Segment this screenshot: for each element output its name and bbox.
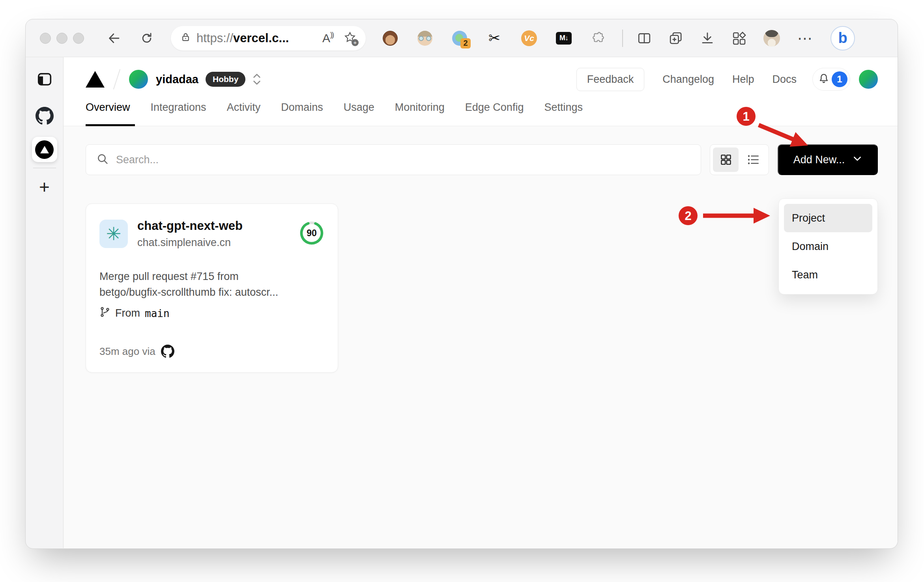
user-face-extension-icon[interactable] — [417, 30, 433, 46]
tab-activity[interactable]: Activity — [217, 101, 271, 126]
notification-count-badge: 1 — [832, 71, 847, 87]
browser-window: https://vercel.c... A)) + 2 ✂ Vc M↓ — [25, 19, 898, 549]
add-new-dropdown: Project Domain Team — [778, 198, 878, 295]
tab-domains[interactable]: Domains — [271, 101, 333, 126]
notifications-button[interactable]: 1 — [812, 68, 850, 91]
breadcrumb-slash — [113, 69, 121, 90]
back-icon[interactable] — [107, 31, 121, 45]
dropdown-item-team[interactable]: Team — [784, 261, 872, 289]
sidebar-panel-icon[interactable] — [37, 71, 52, 89]
github-source-icon — [161, 345, 174, 358]
view-toggle — [710, 144, 769, 175]
tab-monitoring[interactable]: Monitoring — [385, 101, 455, 126]
url-scheme: https:// — [196, 31, 233, 45]
add-new-button[interactable]: Add New... — [778, 144, 878, 175]
team-name[interactable]: yidadaa — [156, 73, 198, 86]
edge-sidebar: + — [26, 57, 64, 548]
project-name[interactable]: chat-gpt-next-web — [137, 219, 243, 233]
project-domain[interactable]: chat.simplenaive.cn — [137, 237, 243, 249]
dashboard-content: Add New... ✳ chat-gpt-next-web chat.simp… — [64, 126, 898, 548]
markdown-extension-icon[interactable]: M↓ — [556, 30, 572, 46]
team-switcher-icon[interactable] — [252, 73, 262, 86]
bell-icon — [817, 72, 830, 86]
split-screen-icon[interactable] — [637, 31, 651, 45]
search-box — [86, 144, 701, 175]
favorite-star-icon[interactable]: + — [344, 31, 356, 45]
list-view-button[interactable] — [740, 147, 766, 172]
vercel-logo-icon[interactable] — [86, 71, 105, 88]
vercel-sidebar-item-active[interactable] — [32, 137, 57, 162]
read-aloud-icon[interactable]: A)) — [322, 32, 333, 45]
scissors-extension-icon[interactable]: ✂ — [486, 30, 502, 46]
address-bar[interactable]: https://vercel.c... A)) + — [171, 26, 366, 50]
branch-name: main — [145, 308, 170, 319]
search-icon — [96, 153, 109, 167]
vercel-page: yidadaa Hobby Feedback Changelog Help Do… — [64, 57, 898, 548]
dashboard-tabs: Overview Integrations Activity Domains U… — [64, 101, 898, 126]
toolbar-divider — [622, 30, 623, 47]
git-branch-icon — [99, 306, 110, 320]
browser-toolbar: https://vercel.c... A)) + 2 ✂ Vc M↓ — [26, 19, 898, 57]
tab-integrations[interactable]: Integrations — [140, 101, 217, 126]
apps-edit-icon[interactable] — [732, 31, 746, 45]
extensions-row: 2 ✂ Vc M↓ — [382, 30, 606, 46]
collections-add-icon[interactable] — [669, 31, 683, 45]
dropdown-item-domain[interactable]: Domain — [784, 232, 872, 261]
plan-badge: Hobby — [206, 72, 245, 87]
bing-chat-icon[interactable]: b — [830, 26, 855, 50]
vercel-header: yidadaa Hobby Feedback Changelog Help Do… — [64, 57, 898, 101]
score-ring: 90 — [299, 220, 324, 247]
feedback-button[interactable]: Feedback — [576, 68, 645, 91]
url-text: https://vercel.c... — [196, 31, 322, 45]
star-plus-badge: + — [352, 39, 359, 46]
user-avatar[interactable] — [859, 70, 878, 89]
tab-usage[interactable]: Usage — [333, 101, 385, 126]
maximize-window-button[interactable] — [73, 33, 84, 44]
docs-link[interactable]: Docs — [772, 73, 797, 86]
openai-logo-icon: ✳ — [99, 220, 128, 248]
changelog-link[interactable]: Changelog — [662, 73, 714, 86]
extension-badge: 2 — [460, 38, 471, 48]
tab-overview[interactable]: Overview — [86, 101, 140, 126]
vc-extension-icon[interactable]: Vc — [521, 30, 537, 46]
toolbar-right-icons: ⋯ b — [637, 26, 855, 50]
chevron-down-icon — [853, 154, 862, 166]
close-window-button[interactable] — [40, 33, 51, 44]
lock-icon — [180, 32, 191, 44]
minimize-window-button[interactable] — [56, 33, 67, 44]
reload-icon[interactable] — [140, 32, 153, 45]
score-value: 90 — [307, 228, 317, 238]
commit-message: Merge pull request #715 from betgo/bugfi… — [99, 269, 324, 300]
tab-settings[interactable]: Settings — [534, 101, 593, 126]
browser-profile-avatar[interactable] — [763, 30, 780, 47]
tampermonkey-extension-icon[interactable] — [382, 30, 398, 46]
url-host: vercel.c... — [233, 31, 289, 45]
sidebar-divider — [33, 168, 56, 168]
more-menu-icon[interactable]: ⋯ — [797, 30, 813, 47]
window-controls — [40, 33, 84, 44]
grid-view-button[interactable] — [713, 147, 739, 172]
vercel-icon — [35, 140, 54, 159]
branch-label: From — [115, 307, 140, 319]
project-card[interactable]: ✳ chat-gpt-next-web chat.simplenaive.cn … — [86, 203, 338, 373]
tab-edge-config[interactable]: Edge Config — [455, 101, 534, 126]
sidebar-add-icon[interactable]: + — [39, 178, 50, 196]
github-sidebar-icon[interactable] — [36, 107, 54, 127]
deployment-meta: 35m ago via — [99, 345, 155, 358]
team-avatar[interactable] — [129, 70, 148, 89]
help-link[interactable]: Help — [732, 73, 754, 86]
downloads-icon[interactable] — [700, 31, 715, 45]
puzzle-extensions-icon[interactable] — [591, 30, 606, 46]
search-input[interactable] — [116, 154, 690, 166]
status-extension-icon[interactable]: 2 — [452, 30, 468, 46]
dropdown-item-project[interactable]: Project — [784, 204, 872, 232]
